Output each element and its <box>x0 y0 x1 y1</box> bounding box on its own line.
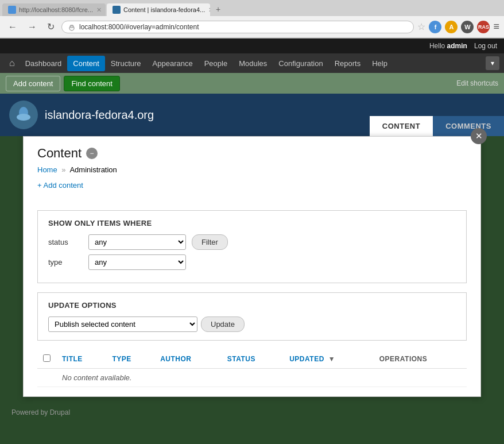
col-title-link[interactable]: TITLE <box>62 355 83 363</box>
nav-item-appearance[interactable]: Appearance <box>147 56 199 71</box>
tab-label-1: http://localhost:8080/fcre... <box>19 6 93 13</box>
no-content-message: No content available. <box>56 369 467 387</box>
address-bar[interactable]: localhost:8000/#overlay=admin/content <box>61 21 414 33</box>
nav-item-dashboard[interactable]: Dashboard <box>20 56 68 71</box>
breadcrumb-home[interactable]: Home <box>37 165 57 174</box>
new-tab-button[interactable]: + <box>211 2 225 16</box>
hello-text: Hello admin <box>429 42 467 50</box>
col-type-link[interactable]: TYPE <box>113 355 131 363</box>
col-operations: OPERATIONS <box>374 350 467 369</box>
ext-button-1[interactable]: f <box>429 21 441 33</box>
col-updated[interactable]: UPDATED ▼ <box>284 350 374 369</box>
nav-item-structure[interactable]: Structure <box>105 56 147 71</box>
table-header: TITLE TYPE AUTHOR STATUS <box>37 350 467 369</box>
site-title-area: islandora-fedora4.org <box>45 109 154 122</box>
drupal-nav: ⌂ Dashboard Content Structure Appearance… <box>0 53 504 73</box>
site-header: islandora-fedora4.org CONTENT COMMENTS <box>0 94 504 136</box>
site-logo <box>9 101 38 129</box>
overlay-container: ✕ Content − Home » Administration + Add … <box>0 136 504 397</box>
ext-button-3[interactable]: W <box>461 21 474 33</box>
drupal-top-bar: Hello admin Log out <box>0 38 504 53</box>
nav-item-people[interactable]: People <box>199 56 233 71</box>
nav-item-content[interactable]: Content <box>67 56 105 71</box>
browser-tabs: http://localhost:8080/fcre... ✕ Content … <box>0 0 504 16</box>
overlay-content: Content − Home » Administration + Add co… <box>24 137 480 396</box>
col-author-link[interactable]: AUTHOR <box>160 355 191 363</box>
tab-content[interactable]: CONTENT <box>370 116 433 136</box>
site-header-left: islandora-fedora4.org <box>0 94 370 136</box>
edit-shortcuts-link[interactable]: Edit shortcuts <box>456 79 498 87</box>
svg-point-4 <box>17 114 30 121</box>
page-title-info-button[interactable]: − <box>86 148 98 159</box>
find-content-button[interactable]: Find content <box>64 76 120 91</box>
drupal-admin-bar: Hello admin Log out ⌂ Dashboard Content … <box>0 38 504 94</box>
breadcrumb-separator: » <box>61 165 65 174</box>
breadcrumb: Home » Administration <box>37 165 467 174</box>
sort-arrow-icon: ▼ <box>328 355 335 363</box>
nav-dropdown-icon: ▾ <box>491 59 494 67</box>
type-select[interactable]: any <box>88 254 186 270</box>
tab-favicon-1 <box>8 6 16 14</box>
col-status-link[interactable]: STATUS <box>227 355 255 363</box>
tab-comments[interactable]: COMMENTS <box>433 116 504 136</box>
add-content-button[interactable]: Add content <box>6 76 60 91</box>
type-label: type <box>48 258 83 267</box>
add-content-link-area: + Add content <box>37 181 467 200</box>
status-select[interactable]: any published not published <box>88 234 186 250</box>
update-button[interactable]: Update <box>201 316 245 332</box>
filter-type-row: type any <box>48 254 456 270</box>
svg-rect-1 <box>71 25 73 28</box>
ext-button-4[interactable]: RAS <box>477 21 490 33</box>
powered-by-text: Powered by Drupal <box>11 408 70 416</box>
nav-item-configuration[interactable]: Configuration <box>273 56 328 71</box>
back-button[interactable]: ← <box>5 21 21 33</box>
content-table: TITLE TYPE AUTHOR STATUS <box>37 350 467 387</box>
drupal-secondary-bar: Add content Find content Edit shortcuts <box>0 73 504 94</box>
breadcrumb-admin: Administration <box>69 165 117 174</box>
table-empty-row: No content available. <box>37 369 467 387</box>
update-section: UPDATE OPTIONS Publish selected content … <box>37 292 467 341</box>
tab-close-2[interactable]: ✕ <box>208 6 210 14</box>
add-content-link[interactable]: + Add content <box>37 181 83 190</box>
select-all-checkbox[interactable] <box>43 354 51 362</box>
nav-item-reports[interactable]: Reports <box>329 56 367 71</box>
col-status[interactable]: STATUS <box>222 350 284 369</box>
col-author[interactable]: AUTHOR <box>154 350 222 369</box>
tab-favicon-2 <box>113 6 121 14</box>
site-title: islandora-fedora4.org <box>45 109 154 122</box>
close-overlay-area: ✕ <box>471 128 487 144</box>
reload-button[interactable]: ↻ <box>44 20 58 33</box>
browser-tab-1[interactable]: http://localhost:8080/fcre... ✕ <box>2 3 106 16</box>
update-action-select[interactable]: Publish selected content Unpublish selec… <box>48 316 197 332</box>
forward-button[interactable]: → <box>24 21 40 33</box>
table-body: No content available. <box>37 369 467 387</box>
filter-status-row: status any published not published Filte… <box>48 234 456 250</box>
ext-button-2[interactable]: A <box>445 21 458 33</box>
page-title-row: Content − <box>37 146 467 161</box>
tab-close-1[interactable]: ✕ <box>96 6 102 14</box>
col-checkbox <box>37 350 56 369</box>
address-text: localhost:8000/#overlay=admin/content <box>79 23 199 31</box>
update-section-title: UPDATE OPTIONS <box>48 301 456 310</box>
logout-link[interactable]: Log out <box>474 42 497 50</box>
browser-menu-button[interactable]: ≡ <box>493 21 499 33</box>
col-title[interactable]: TITLE <box>56 350 107 369</box>
nav-item-help[interactable]: Help <box>366 56 393 71</box>
nav-dropdown-button[interactable]: ▾ <box>486 56 499 70</box>
browser-tab-2[interactable]: Content | islandora-fedora4... ✕ <box>107 3 210 16</box>
empty-checkbox-cell <box>37 369 56 387</box>
page-title: Content <box>37 146 82 161</box>
update-row: Publish selected content Unpublish selec… <box>48 316 456 332</box>
col-updated-link[interactable]: UPDATED <box>289 355 324 363</box>
nav-item-modules[interactable]: Modules <box>233 56 273 71</box>
bookmark-button[interactable]: ☆ <box>417 21 425 32</box>
table-header-row: TITLE TYPE AUTHOR STATUS <box>37 350 467 369</box>
overlay-panel: Content − Home » Administration + Add co… <box>23 136 481 397</box>
browser-chrome: http://localhost:8080/fcre... ✕ Content … <box>0 0 504 38</box>
logo-image <box>12 103 35 126</box>
home-nav-icon[interactable]: ⌂ <box>5 55 20 72</box>
status-label: status <box>48 238 83 246</box>
filter-button[interactable]: Filter <box>192 234 228 250</box>
col-type[interactable]: TYPE <box>107 350 155 369</box>
close-overlay-button[interactable]: ✕ <box>471 128 487 144</box>
